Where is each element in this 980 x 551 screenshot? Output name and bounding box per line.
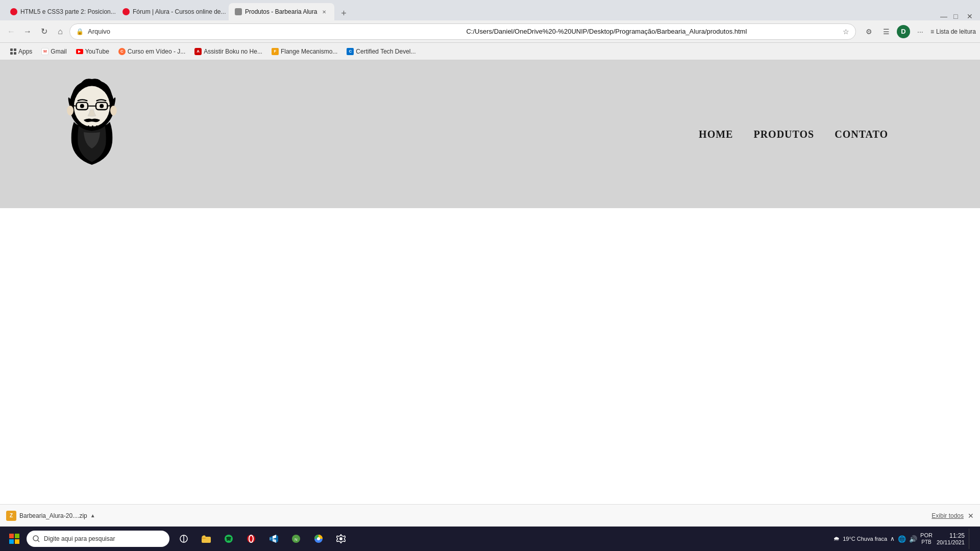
toolbar: ← → ↻ ⌂ 🔒 Arquivo C:/Users/Daniel/OneDri… [0,20,980,43]
browser-window: HTML5 e CSS3 parte 2: Posicion... ✕ Fóru… [0,0,980,551]
bookmark-star-button[interactable]: ☆ [843,28,849,36]
svg-point-19 [33,536,38,541]
system-tray-expand-icon[interactable]: ∧ [890,535,895,542]
svg-line-5 [72,106,77,106]
network-icon[interactable]: 🌐 [898,535,906,543]
taskbar-clock[interactable]: 11:25 20/11/2021 [937,532,965,545]
opera-button[interactable] [241,529,261,549]
collections-button[interactable]: ☰ [879,24,894,39]
address-bar[interactable]: 🔒 Arquivo C:/Users/Daniel/OneDrive%20-%2… [69,23,856,40]
taskbar-sys-icons: 🌧 19°C Chuva fraca ∧ 🌐 🔊 POR PTB [834,532,933,545]
tab-label-produtos: Produtos - Barbearia Alura [245,8,317,15]
task-view-button[interactable] [174,529,194,549]
new-tab-button[interactable]: + [336,6,351,20]
bookmark-certified[interactable]: C Certified Tech Devel... [342,46,420,57]
boku-icon: A [194,48,202,55]
show-desktop-button[interactable] [969,529,972,549]
bookmark-youtube-label: YouTube [85,48,109,55]
settings-gear-icon [336,534,346,543]
download-bar: Z Barbearia_Alura-20....zip ▲ Exibir tod… [0,504,980,527]
apps-grid-icon [10,48,16,55]
extensions-button[interactable]: ⚙ [862,24,876,39]
bookmark-gmail-label: Gmail [51,48,66,55]
gmail-icon: M [41,48,48,55]
reload-button[interactable]: ↻ [37,24,51,39]
bookmarks-bar: Apps M Gmail ▶ YouTube C Curso em Vídeo … [0,43,980,60]
tab-favicon-html5 [10,8,17,15]
vscode-icon [269,534,278,543]
svg-point-26 [247,535,255,543]
chrome-icon [314,534,323,543]
nav-contato[interactable]: CONTATO [835,129,888,140]
settings-taskbar-button[interactable] [331,529,351,549]
curso-icon: C [118,48,126,55]
file-explorer-button[interactable] [196,529,216,549]
spotify-button[interactable] [218,529,239,549]
bookmark-curso[interactable]: C Curso em Vídeo - J... [114,46,189,57]
bookmark-flange[interactable]: F Flange Mecanismo... [267,46,341,57]
settings-button[interactable]: ··· [913,24,927,39]
task-view-icon [179,534,188,543]
show-all-downloads-button[interactable]: Exibir todos [932,512,964,519]
node-button[interactable]: N [286,529,306,549]
minimize-icon[interactable]: — [940,12,948,20]
svg-text:N: N [295,537,298,542]
svg-rect-17 [9,539,14,544]
bookmark-gmail[interactable]: M Gmail [37,46,70,57]
profile-avatar[interactable]: D [897,25,910,38]
tab-html5-css3[interactable]: HTML5 e CSS3 parte 2: Posicion... ✕ [4,3,116,20]
node-icon: N [291,534,301,543]
svg-point-36 [317,537,320,540]
forward-button[interactable]: → [20,24,35,39]
start-button[interactable] [4,529,24,549]
tab-close-produtos[interactable]: ✕ [320,8,328,16]
tab-produtos-alura[interactable]: Produtos - Barbearia Alura ✕ [229,3,334,20]
svg-point-7 [80,104,84,108]
reading-list-button[interactable]: ≡ Lista de leitura [930,28,976,35]
bookmark-flange-label: Flange Mecanismo... [281,48,337,55]
taskbar-search-bar[interactable]: Digite aqui para pesquisar [27,531,169,547]
certified-icon: C [347,48,354,55]
vscode-button[interactable] [263,529,284,549]
volume-icon[interactable]: 🔊 [909,535,917,543]
flange-icon: F [272,48,279,55]
close-window-icon[interactable]: ✕ [967,12,975,20]
svg-point-14 [110,106,117,115]
opera-icon [247,534,256,543]
chrome-button[interactable] [308,529,329,549]
bookmark-certified-label: Certified Tech Devel... [356,48,415,55]
svg-point-8 [100,104,104,108]
profile-initial: D [901,28,905,35]
tab-label-html5: HTML5 e CSS3 parte 2: Posicion... [20,8,116,15]
weather-text: 19°C Chuva fraca [843,536,887,542]
home-button[interactable]: ⌂ [53,24,67,39]
download-chevron-icon[interactable]: ▲ [90,513,95,518]
barber-logo-svg: ALURA ESTD 2019 [51,70,133,198]
nav-produtos[interactable]: PRODUTOS [753,129,814,140]
bookmark-apps[interactable]: Apps [6,46,36,57]
tab-favicon-produtos [235,8,242,15]
nav-home[interactable]: HOME [699,129,733,140]
tab-favicon-forum [122,8,130,15]
site-main-content [0,208,980,551]
back-button[interactable]: ← [4,24,18,39]
bookmark-youtube[interactable]: ▶ YouTube [72,46,113,57]
site-nav: HOME PRODUTOS CONTATO [699,129,888,140]
file-explorer-icon [202,535,211,543]
download-bar-close-button[interactable]: ✕ [968,512,974,520]
svg-rect-24 [202,538,206,539]
lock-icon: 🔒 [76,28,84,35]
svg-rect-16 [15,534,19,538]
bookmark-curso-label: Curso em Vídeo - J... [128,48,185,55]
tab-forum-alura[interactable]: Fórum | Alura - Cursos online de... ✕ [116,3,229,20]
weather-icon: 🌧 [834,535,840,542]
bookmark-boku[interactable]: A Assistir Boku no He... [190,46,266,57]
show-all-label: Exibir todos [932,512,964,519]
spotify-icon [224,534,233,543]
address-bar-actions: ☆ [843,28,849,36]
bookmark-boku-label: Assistir Boku no He... [204,48,262,55]
language-selector[interactable]: POR PTB [920,532,933,545]
tab-label-forum: Fórum | Alura - Cursos online de... [133,8,226,15]
reading-list-label: Lista de leitura [936,28,976,35]
maximize-icon[interactable]: □ [953,12,962,20]
